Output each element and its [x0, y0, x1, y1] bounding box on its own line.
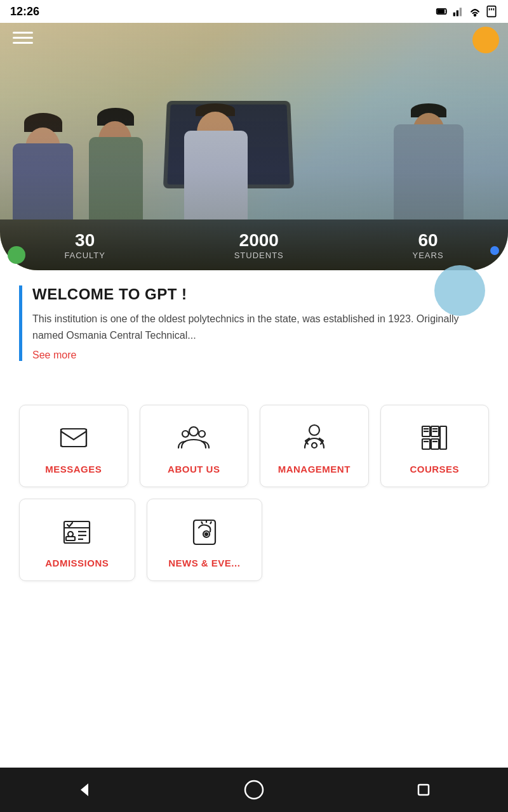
svg-point-15: [199, 431, 205, 437]
grid-row-1: MESSAGES ABOUT US: [19, 405, 489, 487]
svg-marker-42: [81, 783, 88, 796]
status-icons: [436, 5, 498, 18]
menu-card-about-us[interactable]: ABOUT US: [140, 405, 249, 487]
svg-rect-44: [418, 785, 429, 795]
grid-spacer-1: [274, 499, 376, 581]
sd-icon: [485, 5, 498, 18]
stat-years: 60 YEARS: [413, 230, 444, 260]
menu-card-admissions[interactable]: ADMISSIONS: [19, 499, 135, 581]
svg-rect-33: [66, 537, 75, 540]
svg-point-5: [474, 15, 476, 16]
management-label: MANAGEMENT: [278, 464, 351, 475]
menu-card-courses[interactable]: COURSES: [380, 405, 490, 487]
courses-icon: [417, 421, 452, 456]
about-us-icon: [176, 421, 211, 456]
back-button[interactable]: [74, 780, 95, 800]
svg-point-38: [205, 533, 208, 535]
hamburger-line-2: [13, 37, 33, 39]
stats-bar: 30 FACULTY 2000 STUDENTS 60 YEARS: [0, 219, 508, 270]
faculty-number: 30: [64, 230, 105, 251]
faculty-label: FACULTY: [64, 251, 105, 260]
orange-decoration: [472, 27, 499, 53]
menu-card-news-events[interactable]: NEWS & EVE...: [147, 499, 263, 581]
grid-row-2: ADMISSIONS NEWS & EVE...: [19, 499, 489, 581]
menu-card-management[interactable]: MANAGEMENT: [260, 405, 369, 487]
years-label: YEARS: [413, 251, 444, 260]
courses-label: COURSES: [410, 464, 459, 475]
svg-line-41: [201, 521, 203, 524]
signal-icon: [452, 5, 465, 18]
stat-students: 2000 STUDENTS: [234, 230, 284, 260]
bottom-nav: [0, 768, 508, 812]
svg-rect-2: [453, 13, 455, 16]
svg-rect-1: [438, 10, 445, 14]
hero-area: 30 FACULTY 2000 STUDENTS 60 YEARS: [0, 23, 508, 270]
management-icon: [297, 421, 332, 456]
svg-rect-21: [431, 439, 439, 449]
grid-spacer-2: [387, 499, 490, 581]
admissions-label: ADMISSIONS: [45, 558, 109, 568]
svg-point-16: [309, 425, 319, 435]
news-events-label: NEWS & EVE...: [168, 558, 240, 568]
hamburger-line-3: [13, 42, 33, 44]
welcome-border-container: WELCOME TO GPT ! This institution is one…: [19, 285, 489, 361]
stat-faculty: 30 FACULTY: [64, 230, 105, 260]
svg-rect-6: [487, 6, 495, 17]
admissions-icon: [59, 514, 95, 550]
back-icon: [74, 780, 95, 800]
students-label: STUDENTS: [234, 251, 284, 260]
welcome-title: WELCOME TO GPT !: [32, 285, 489, 303]
svg-point-14: [182, 431, 189, 437]
messages-label: MESSAGES: [45, 464, 102, 475]
welcome-section: WELCOME TO GPT ! This institution is one…: [19, 285, 489, 361]
hamburger-line-1: [13, 32, 33, 34]
wifi-icon: [469, 5, 481, 18]
recents-icon: [413, 780, 434, 800]
welcome-text: This institution is one of the oldest po…: [32, 311, 489, 343]
svg-point-43: [245, 781, 263, 799]
green-dot-decoration: [8, 246, 25, 264]
years-number: 60: [413, 230, 444, 251]
svg-point-17: [312, 443, 317, 448]
svg-rect-22: [440, 426, 446, 449]
blue-dot-small-decoration: [490, 246, 499, 255]
see-more-link[interactable]: See more: [32, 350, 489, 361]
svg-rect-10: [61, 429, 86, 447]
menu-card-messages[interactable]: MESSAGES: [19, 405, 128, 487]
svg-rect-3: [457, 10, 458, 16]
svg-line-40: [210, 521, 211, 524]
hamburger-menu[interactable]: [13, 32, 33, 44]
svg-point-13: [189, 427, 198, 436]
grid-menu: MESSAGES ABOUT US: [19, 405, 489, 593]
svg-rect-4: [460, 8, 462, 16]
battery-icon: [436, 5, 448, 18]
svg-rect-20: [422, 439, 430, 449]
status-bar: 12:26: [0, 0, 508, 23]
home-icon: [244, 780, 264, 800]
news-events-icon: [187, 514, 222, 550]
students-number: 2000: [234, 230, 284, 251]
recents-button[interactable]: [413, 780, 434, 800]
status-time: 12:26: [10, 5, 39, 18]
messages-icon: [56, 421, 91, 456]
about-us-label: ABOUT US: [168, 464, 220, 475]
home-button[interactable]: [244, 780, 264, 800]
svg-point-31: [68, 532, 73, 537]
